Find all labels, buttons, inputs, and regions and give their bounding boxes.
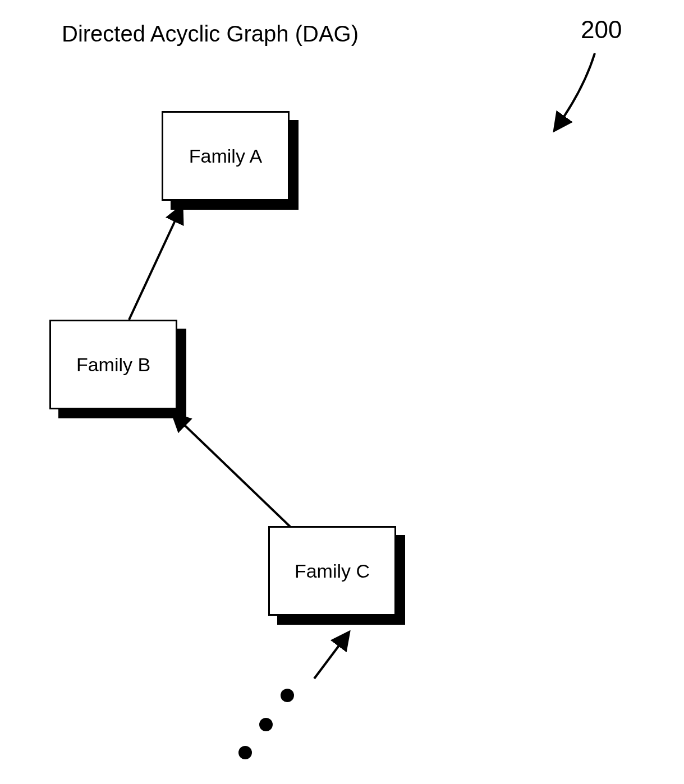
reference-arrow — [556, 53, 595, 129]
node-family-c: Family C — [268, 526, 396, 616]
continuation-dot — [259, 718, 273, 731]
node-label: Family C — [268, 526, 396, 616]
diagram-title: Directed Acyclic Graph (DAG) — [62, 21, 359, 47]
arrow-b-to-a — [129, 207, 181, 320]
arrow-c-to-b — [174, 415, 291, 527]
node-label: Family B — [49, 320, 177, 409]
arrow-dots-to-c — [314, 634, 348, 679]
node-family-b: Family B — [49, 320, 177, 409]
reference-number: 200 — [581, 16, 622, 44]
continuation-dot — [281, 689, 294, 702]
node-family-a: Family A — [162, 111, 290, 201]
continuation-dot — [238, 746, 252, 759]
node-label: Family A — [162, 111, 290, 201]
